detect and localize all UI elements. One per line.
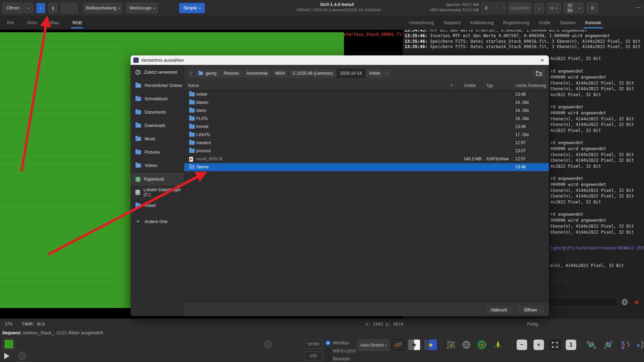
minimize-icon[interactable]: — bbox=[636, 4, 641, 10]
stop-button[interactable]: × bbox=[632, 297, 642, 307]
zoom-in-button[interactable]: + bbox=[533, 340, 544, 350]
file-row[interactable]: Arbeit 13:46 bbox=[184, 90, 549, 99]
zoom-out-button[interactable]: − bbox=[517, 340, 527, 350]
undo-button[interactable] bbox=[61, 3, 69, 13]
dialog-titlebar[interactable]: Verzeichnis auswählen × bbox=[131, 55, 549, 65]
open-directory-button[interactable]: Öffnen bbox=[516, 305, 545, 315]
stretch-radio[interactable]: Benutzer bbox=[325, 356, 350, 361]
open-button[interactable]: Öffnen bbox=[3, 3, 23, 13]
channel-tab[interactable]: Rot bbox=[6, 17, 15, 28]
file-row[interactable]: result_600s.fit 140.3 MB ASIFitsView 12:… bbox=[184, 155, 549, 163]
sidebar-item[interactable]: Lokaler Datenträger (C:) bbox=[131, 186, 184, 199]
star-mask-button[interactable]: ★ bbox=[407, 339, 421, 351]
sidebar-item[interactable]: Music bbox=[131, 132, 184, 146]
snapshot-button[interactable]: ▾ bbox=[547, 3, 561, 13]
stretch-radio[interactable]: Min/Max bbox=[325, 340, 349, 346]
right-panel-tab[interactable]: Stacken bbox=[557, 17, 579, 28]
high-slider-track[interactable] bbox=[19, 344, 302, 345]
bit-depth-dropdown[interactable]: 32 Bit▾ bbox=[564, 3, 584, 13]
play-icon[interactable] bbox=[4, 353, 9, 359]
record-button[interactable] bbox=[48, 3, 58, 13]
sidebar-item[interactable]: Arbeit bbox=[131, 199, 184, 212]
right-panel-tab[interactable]: Konsole bbox=[582, 17, 604, 28]
right-panel-tab[interactable]: Sequenz bbox=[440, 17, 464, 28]
mirror-vertical-button[interactable]: R B bbox=[618, 339, 633, 351]
file-row[interactable]: FLATs 16. Okt bbox=[184, 115, 549, 123]
breadcrumb-segment[interactable]: georg bbox=[194, 69, 220, 78]
low-slider-track[interactable] bbox=[19, 355, 302, 356]
rotate-left-button[interactable] bbox=[585, 339, 598, 351]
breadcrumb-segment[interactable]: Pictures bbox=[220, 69, 243, 78]
file-row[interactable]: LIGHTs 17. Okt bbox=[184, 131, 549, 139]
photometry-button[interactable] bbox=[475, 339, 489, 351]
channel-tab[interactable]: RGB bbox=[71, 17, 83, 28]
zoom-one-button[interactable]: 1 bbox=[566, 340, 576, 350]
launch-button[interactable] bbox=[491, 339, 505, 351]
right-panel-tab[interactable]: Registrierung bbox=[500, 17, 532, 28]
column-modified[interactable]: Letzte Änderung bbox=[515, 83, 546, 88]
astrometry-button[interactable] bbox=[460, 339, 473, 351]
breadcrumb-segment[interactable]: Arbeit bbox=[365, 69, 384, 78]
cancel-button[interactable]: Abbruch bbox=[484, 305, 513, 315]
sidebar-item[interactable]: Pictures bbox=[131, 146, 184, 159]
sidebar-item[interactable]: Videos bbox=[131, 159, 184, 172]
new-folder-button[interactable] bbox=[533, 68, 545, 79]
tools-menu[interactable]: Werkzeuge▾ bbox=[126, 3, 158, 13]
stretch-mode-dropdown[interactable]: Auto-Stretch▾ bbox=[357, 340, 390, 351]
low-value-field[interactable]: 895 bbox=[305, 351, 322, 361]
low-slider-handle[interactable] bbox=[18, 352, 26, 360]
image-processing-menu[interactable]: Bildbearbeitung▾ bbox=[83, 3, 122, 13]
breadcrumb-segment[interactable]: C-2025 A6 (Lemmon) bbox=[288, 69, 337, 78]
breadcrumb-segment[interactable]: Astronomie bbox=[243, 69, 272, 78]
open-dropdown-button[interactable]: ▾ bbox=[24, 3, 33, 13]
mirror-horizontal-button[interactable]: R bbox=[636, 339, 644, 351]
star-recomposition-button[interactable]: ★ bbox=[423, 339, 438, 351]
thread-spinner[interactable]: 8 − + bbox=[482, 3, 505, 13]
rotate-right-button[interactable] bbox=[602, 339, 615, 351]
preview-thumbnail-button[interactable] bbox=[3, 338, 15, 350]
sidebar-item[interactable]: Papierkorb bbox=[131, 172, 184, 186]
sidebar-item[interactable]: Schreibtisch bbox=[131, 92, 184, 106]
scripts-menu[interactable]: Skripte▾ bbox=[179, 3, 205, 13]
right-panel-tab[interactable]: Umrechnung bbox=[406, 17, 437, 28]
sidebar-item[interactable]: Documents bbox=[131, 106, 184, 119]
stretch-radio[interactable]: MIPS-LO/HI bbox=[325, 348, 356, 354]
breadcrumb-forward-button[interactable]: › bbox=[384, 69, 391, 78]
file-row[interactable]: darks 16. Okt bbox=[184, 107, 549, 115]
redo-button[interactable] bbox=[69, 3, 78, 13]
sidebar-item[interactable]: Downloads bbox=[131, 119, 184, 132]
sidebar-item[interactable]: Zuletzt verwendet bbox=[131, 66, 184, 79]
channel-link-button[interactable] bbox=[392, 339, 405, 351]
zoom-fit-button[interactable] bbox=[549, 340, 561, 350]
language-button[interactable] bbox=[620, 297, 630, 307]
sidebar-item[interactable]: Persönlicher Ordner bbox=[131, 79, 184, 92]
file-list-header[interactable]: Name ∧ Größe Typ Letzte Änderung bbox=[184, 82, 549, 90]
column-type[interactable]: Typ bbox=[486, 83, 493, 88]
close-icon[interactable]: × bbox=[538, 57, 546, 63]
export-button[interactable] bbox=[534, 3, 544, 13]
sidebar-item[interactable]: Andere Orte bbox=[131, 215, 184, 228]
right-panel-tab[interactable]: Grafik bbox=[536, 17, 553, 28]
breadcrumb-back-button[interactable]: ‹ bbox=[187, 69, 194, 78]
high-slider-handle[interactable] bbox=[264, 341, 272, 348]
file-row[interactable]: masters 12:57 bbox=[184, 139, 549, 147]
channel-tab[interactable]: Grün bbox=[26, 17, 38, 28]
breadcrumb-segment[interactable]: NINA bbox=[271, 69, 289, 78]
file-row[interactable]: Komet 13:46 bbox=[184, 123, 549, 131]
file-row[interactable]: Sterne 13:46 bbox=[184, 163, 549, 171]
spin-minus-icon[interactable]: − bbox=[491, 6, 499, 11]
save-button[interactable]: Speichern bbox=[508, 3, 531, 13]
channel-tab[interactable]: Blau bbox=[49, 17, 60, 28]
file-row[interactable]: process 13:07 bbox=[184, 147, 549, 155]
annotations-button[interactable] bbox=[444, 339, 458, 351]
new-folder-icon bbox=[536, 71, 542, 76]
right-panel-tab[interactable]: Kalibrierung bbox=[467, 17, 497, 28]
high-value-field[interactable]: 58088 bbox=[305, 340, 322, 349]
hamburger-menu-button[interactable]: ≡ bbox=[587, 3, 598, 13]
spin-plus-icon[interactable]: + bbox=[499, 6, 508, 11]
column-name[interactable]: Name bbox=[188, 83, 199, 88]
home-button[interactable] bbox=[36, 3, 45, 13]
column-size[interactable]: Größe bbox=[464, 83, 476, 88]
file-row[interactable]: biases 16. Okt bbox=[184, 99, 549, 107]
breadcrumb-segment[interactable]: 2025-10-14 bbox=[336, 69, 365, 78]
